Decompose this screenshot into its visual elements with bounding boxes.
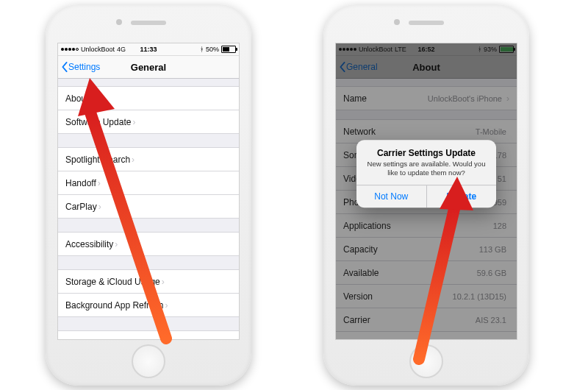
chevron-right-icon: › [132,155,135,165]
list-item-label: Restrictions [65,338,112,340]
screen-left: UnlockBoot 4G 11:33 ᚼ 50% Settings Gener… [57,43,240,340]
list-item[interactable]: Background App Refresh› [58,294,239,317]
front-camera [394,19,400,25]
chevron-right-icon: › [165,300,168,311]
page-title: General [131,62,166,73]
nav-bar: Settings General [58,56,239,79]
list-item[interactable]: Spotlight Search› [58,147,239,171]
chevron-right-icon: › [115,239,118,249]
chevron-right-icon: › [162,277,165,287]
update-button[interactable]: Update [426,185,497,208]
chevron-left-icon [61,62,68,72]
list-item-label: CarPlay [65,202,97,212]
chevron-right-icon: › [132,117,135,127]
battery-percent: 50% [206,46,219,53]
carrier-update-alert: Carrier Settings Update New settings are… [356,140,496,208]
home-button[interactable] [409,344,443,378]
chevron-right-icon: › [90,93,93,104]
chevron-right-icon: › [98,202,101,212]
list-item-value: On [213,338,227,340]
list-item[interactable]: About› [58,86,239,110]
bluetooth-icon: ᚼ [200,46,204,53]
home-button[interactable] [132,344,165,378]
battery-icon [221,46,236,53]
list-item[interactable]: Accessibility› [58,232,239,256]
earpiece-speaker [409,21,444,25]
list-item-label: Handoff [65,178,96,188]
network-label: 4G [117,46,126,53]
back-button[interactable]: Settings [61,56,100,78]
list-item-label: Accessibility [65,239,113,249]
chevron-right-icon: › [229,338,232,340]
alert-title: Carrier Settings Update [356,140,496,160]
earpiece-speaker [131,21,166,25]
list-item-label: Storage & iCloud Usage [65,277,160,287]
settings-list[interactable]: About›Software Update›Spotlight Search›H… [58,77,239,339]
list-item-label: Software Update [65,117,131,127]
list-item-label: Spotlight Search [65,155,130,165]
not-now-button[interactable]: Not Now [356,185,426,208]
clock: 11:33 [140,46,157,53]
signal-icon [61,48,79,51]
list-item[interactable]: Storage & iCloud Usage› [58,269,239,294]
list-item[interactable]: CarPlay› [58,195,239,219]
iphone-device-left: UnlockBoot 4G 11:33 ᚼ 50% Settings Gener… [46,4,251,386]
carrier-label: UnlockBoot [81,46,115,53]
list-item-label: Background App Refresh [65,300,163,311]
alert-message: New settings are available. Would you li… [356,160,496,185]
status-bar: UnlockBoot 4G 11:33 ᚼ 50% [58,43,239,56]
back-label: Settings [68,62,100,72]
iphone-device-right: UnlockBoot LTE 16:52 ᚼ 93% General About… [323,4,529,386]
chevron-right-icon: › [98,178,101,188]
screen-right: UnlockBoot LTE 16:52 ᚼ 93% General About… [335,43,517,340]
list-item-label: About [65,93,88,104]
list-item[interactable]: Handoff› [58,171,239,195]
list-item[interactable]: Software Update› [58,110,239,134]
front-camera [116,19,122,25]
list-item[interactable]: RestrictionsOn› [58,330,239,339]
